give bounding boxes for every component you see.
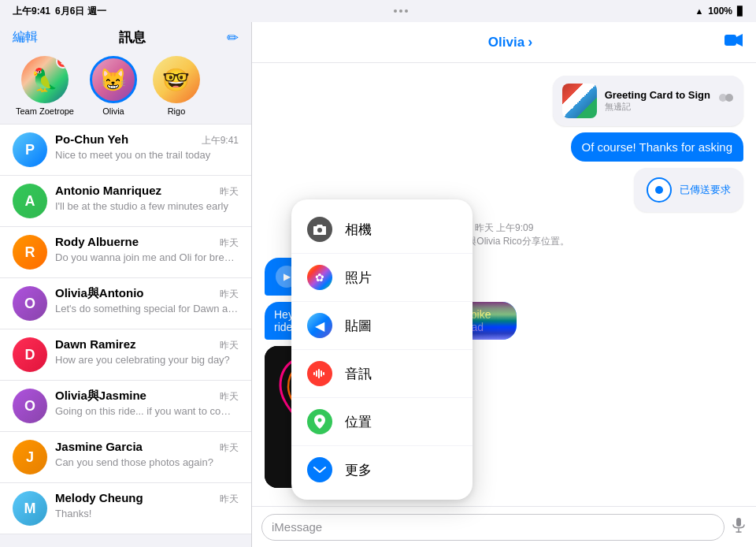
more-label: 更多 <box>345 461 372 479</box>
conv-name-rody: Rody Albuerne <box>55 235 139 248</box>
menu-item-audio[interactable]: 音訊 <box>291 350 472 398</box>
conv-content-jasg: Jasmine Garcia 昨天 Can you send those pho… <box>55 440 239 468</box>
conv-content-oliv: Olivia與Antonio 昨天 Let's do something spe… <box>55 286 239 314</box>
chat-contact-name[interactable]: Olivia › <box>488 34 532 50</box>
conv-preview-rody: Do you wanna join me and Oli for breakfa… <box>55 251 239 263</box>
voice-input-icon[interactable] <box>731 517 747 537</box>
audio-icon <box>307 361 332 386</box>
status-time: 上午9:41 <box>13 5 50 18</box>
conversation-item-dawn[interactable]: D Dawn Ramirez 昨天 How are you celebratin… <box>0 329 251 381</box>
conv-preview-oliv2: Going on this ride... if you want to com… <box>55 405 239 417</box>
conversation-item-rody[interactable]: R Rody Albuerne 昨天 Do you wanna join me … <box>0 227 251 278</box>
svg-rect-13 <box>323 372 324 375</box>
svg-point-3 <box>725 94 733 102</box>
conv-name-jasg: Jasmine Garcia <box>55 440 143 453</box>
avatar-rigo: 🤓 <box>153 56 200 103</box>
conv-preview-jasg: Can you send those photos again? <box>55 456 239 468</box>
stickers-label: 貼圖 <box>345 317 372 335</box>
conversation-item-oliv2[interactable]: O Olivia與Jasmine 昨天 Going on this ride..… <box>0 381 251 432</box>
greeting-card-message: Greeting Card to Sign 無邊記 <box>265 76 743 126</box>
imessage-input-field[interactable]: iMessage <box>261 514 724 541</box>
status-right: ▲ 100% ▊ <box>695 6 743 17</box>
conversation-item-oliv[interactable]: O Olivia與Antonio 昨天 Let's do something s… <box>0 278 251 329</box>
action-menu: 相機 ✿ 照片 ◀ 貼圖 <box>291 199 472 500</box>
card-title: Greeting Card to Sign <box>605 89 710 101</box>
conv-content-anto: Antonio Manriquez 昨天 I'll be at the stud… <box>55 184 239 212</box>
conv-preview-mel: Thanks! <box>55 508 239 519</box>
conv-preview-oliv: Let's do something special for Dawn at t… <box>55 303 239 314</box>
conv-name-mel: Melody Cheung <box>55 491 143 504</box>
menu-item-more[interactable]: 更多 <box>291 446 472 493</box>
avatar-mel: M <box>13 491 47 526</box>
contact-name-rigo: Rigo <box>168 106 186 116</box>
conversation-item-pchy[interactable]: P Po-Chun Yeh 上午9:41 Nice to meet you on… <box>0 124 251 176</box>
sidebar: 編輯 訊息 ✏ 🦜 5 Team Zoetrope 😸 <box>0 22 252 547</box>
camera-label: 相機 <box>345 221 372 239</box>
contact-name-team: Team Zoetrope <box>16 106 74 116</box>
card-info: Greeting Card to Sign 無邊記 <box>605 89 710 113</box>
conv-name-anto: Antonio Manriquez <box>55 184 161 197</box>
svg-rect-10 <box>316 370 317 377</box>
edit-button[interactable]: 編輯 <box>13 29 38 46</box>
avatar-anto: A <box>13 184 47 218</box>
input-bar: iMessage <box>252 506 756 547</box>
camera-icon <box>307 217 332 242</box>
battery-percent: 100% <box>708 6 732 17</box>
request-bubble[interactable]: 已傳送要求 <box>634 168 743 212</box>
sidebar-header: 編輯 訊息 ✏ <box>0 22 251 51</box>
photos-icon: ✿ <box>307 265 332 290</box>
request-sent-text: 已傳送要求 <box>680 183 731 197</box>
pinned-contact-olivia[interactable]: 😸 Olivia <box>90 56 137 116</box>
conversation-item-mel[interactable]: M Melody Cheung 昨天 Thanks! <box>0 483 251 534</box>
conv-preview-pchy: Nice to meet you on the trail today <box>55 149 239 161</box>
dots-indicator <box>394 9 408 13</box>
svg-point-8 <box>317 228 322 233</box>
status-bar: 上午9:41 6月6日 週一 ▲ 100% ▊ <box>0 0 756 22</box>
menu-item-location[interactable]: 位置 <box>291 398 472 446</box>
photos-label: 照片 <box>345 269 372 287</box>
conv-time-anto: 昨天 <box>220 185 239 199</box>
conversation-list[interactable]: P Po-Chun Yeh 上午9:41 Nice to meet you on… <box>0 124 251 547</box>
avatar-pchy: P <box>13 132 47 167</box>
svg-rect-9 <box>313 372 315 375</box>
conversation-item-jasg[interactable]: J Jasmine Garcia 昨天 Can you send those p… <box>0 432 251 483</box>
group-icon <box>718 93 734 109</box>
conversation-item-anto[interactable]: A Antonio Manriquez 昨天 I'll be at the st… <box>0 176 251 227</box>
conv-content-pchy: Po-Chun Yeh 上午9:41 Nice to meet you on t… <box>55 132 239 161</box>
badge-team: 5 <box>56 56 69 69</box>
avatar-rody: R <box>13 235 47 270</box>
avatar-oliv: O <box>13 286 47 321</box>
app-container: 編輯 訊息 ✏ 🦜 5 Team Zoetrope 😸 <box>0 22 756 547</box>
conv-preview-anto: I'll be at the studio a few minutes earl… <box>55 200 239 212</box>
conv-content-rody: Rody Albuerne 昨天 Do you wanna join me an… <box>55 235 239 263</box>
facetime-video-button[interactable] <box>724 33 743 51</box>
compose-icon[interactable]: ✏ <box>227 29 239 47</box>
chat-area: Olivia › Greeting Card to Sign <box>252 22 756 547</box>
menu-item-photos[interactable]: ✿ 照片 <box>291 254 472 302</box>
avatar-olivia: 😸 <box>90 56 137 103</box>
contact-name-olivia: Olivia <box>102 106 124 116</box>
svg-marker-1 <box>736 34 743 47</box>
wifi-icon: ▲ <box>695 6 703 16</box>
menu-item-stickers[interactable]: ◀ 貼圖 <box>291 302 472 350</box>
conv-name-dawn: Dawn Ramirez <box>55 337 136 351</box>
dot2 <box>399 9 402 13</box>
avatar-jasg: J <box>13 440 47 474</box>
conv-time-dawn: 昨天 <box>220 339 239 352</box>
pinned-contact-team[interactable]: 🦜 5 Team Zoetrope <box>16 56 74 116</box>
status-date: 6月6日 週一 <box>55 5 106 18</box>
location-label: 位置 <box>345 413 372 431</box>
avatar-team: 🦜 5 <box>21 56 69 103</box>
conv-time-oliv2: 昨天 <box>220 390 239 404</box>
menu-item-camera[interactable]: 相機 <box>291 206 472 254</box>
sent-message-1: Of course! Thanks for asking <box>571 132 743 162</box>
conv-time-mel: 昨天 <box>220 493 239 506</box>
pinned-contact-rigo[interactable]: 🤓 Rigo <box>153 56 200 116</box>
svg-rect-12 <box>321 370 322 377</box>
stickers-icon: ◀ <box>307 313 332 338</box>
avatar-dawn: D <box>13 337 47 372</box>
greeting-card-bubble[interactable]: Greeting Card to Sign 無邊記 <box>553 76 743 126</box>
conv-preview-dawn: How are you celebrating your big day? <box>55 354 239 366</box>
conv-content-oliv2: Olivia與Jasmine 昨天 Going on this ride... … <box>55 389 239 417</box>
svg-rect-5 <box>736 518 741 527</box>
